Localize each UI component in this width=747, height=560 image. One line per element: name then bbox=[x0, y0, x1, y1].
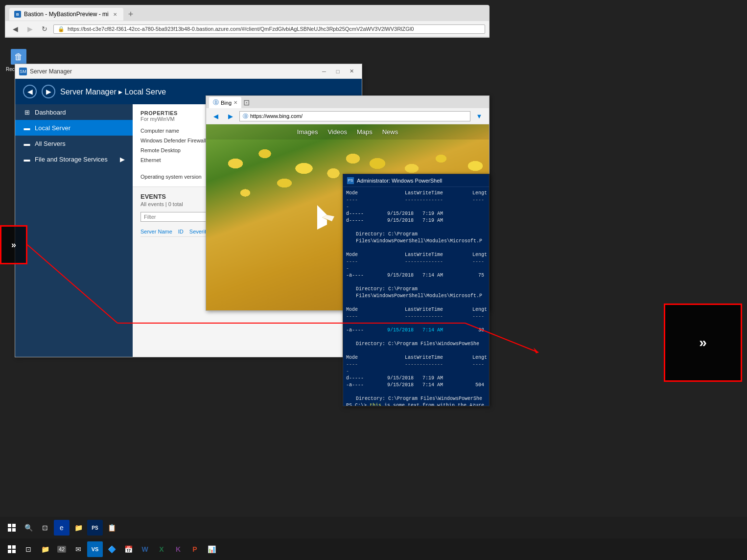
bing-back-button[interactable]: ◀ bbox=[210, 110, 222, 122]
taskbar-excel-icon[interactable]: X bbox=[154, 541, 169, 557]
powershell-icon: PS bbox=[347, 177, 354, 184]
sm-back-button[interactable]: ◀ bbox=[23, 85, 37, 98]
ps-line-10: -a---- 9/15/2018 7:14 AM 38 bbox=[346, 327, 486, 334]
bing-tab[interactable]: Ⓑ Bing ✕ bbox=[209, 97, 241, 108]
sm-app-icon: SM bbox=[19, 68, 27, 75]
tab-favicon: B bbox=[14, 11, 21, 18]
taskbar-mail-icon[interactable]: ✉ bbox=[70, 541, 86, 557]
ps-line-2: ---- ------------- ----- bbox=[346, 197, 486, 210]
sidebar-all-servers-label: All Servers bbox=[35, 140, 66, 147]
taskbar-outlook-icon[interactable]: 📅 bbox=[120, 541, 136, 557]
ps-dir-3: Directory: C:\Program Files\WindowsPoweS… bbox=[346, 341, 486, 348]
right-annotation: » bbox=[664, 303, 742, 382]
bing-tab-close[interactable]: ✕ bbox=[233, 100, 237, 105]
taskbar-word-icon[interactable]: W bbox=[137, 541, 153, 557]
powershell-title: Administrator: Windows PowerShell bbox=[357, 178, 485, 184]
ps-dir-2: Directory: C:\Program bbox=[346, 286, 486, 293]
powershell-titlebar: PS Administrator: Windows PowerShell bbox=[343, 174, 489, 187]
sidebar-local-server-label: Local Server bbox=[35, 124, 70, 132]
k-icon: K bbox=[176, 545, 181, 553]
taskbar-task-view-lower[interactable]: ⊡ bbox=[21, 541, 36, 557]
tab-title: Bastion - MyBastionPreview - mi bbox=[24, 11, 109, 18]
taskbar-upper: 🔍 ⊡ e 📁 PS 📋 bbox=[0, 517, 747, 538]
bing-link-images[interactable]: Images bbox=[297, 128, 318, 136]
browser-window: B Bastion - MyBastionPreview - mi ✕ + ◀ … bbox=[5, 5, 490, 38]
forward-button[interactable]: ▶ bbox=[24, 23, 36, 35]
sm-title: Server Manager bbox=[30, 68, 318, 75]
taskbar-task-view-upper[interactable]: ⊡ bbox=[37, 520, 53, 536]
dashboard-icon: ⊞ bbox=[23, 108, 31, 116]
notes-icon: 📋 bbox=[108, 524, 116, 532]
tab-close-button[interactable]: ✕ bbox=[112, 11, 118, 18]
taskbar-teams-icon[interactable]: 🔷 bbox=[104, 541, 119, 557]
ps-spacer-3 bbox=[346, 279, 486, 286]
bing-link-maps[interactable]: Maps bbox=[357, 128, 373, 136]
taskbar-notes-icon[interactable]: 📋 bbox=[104, 520, 119, 536]
taskbar-store-icon[interactable]: 42 bbox=[54, 541, 70, 557]
taskbar-extra-icon[interactable]: 📊 bbox=[204, 541, 219, 557]
computer-name-label: Computer name bbox=[140, 128, 179, 134]
taskbar-explorer-icon[interactable]: 📁 bbox=[70, 520, 86, 536]
ps-line-5: Mode LastWriteTime Lengt bbox=[346, 252, 486, 258]
window-controls: ─ □ ✕ bbox=[318, 67, 358, 76]
taskbar-start-button-upper[interactable] bbox=[4, 520, 20, 536]
minimize-button[interactable]: ─ bbox=[318, 67, 330, 76]
sidebar-item-local-server[interactable]: ▬ Local Server bbox=[15, 120, 133, 136]
ps-dir-1: Directory: C:\Program bbox=[346, 231, 486, 238]
maximize-button[interactable]: □ bbox=[331, 67, 344, 76]
sidebar-dashboard-label: Dashboard bbox=[35, 109, 66, 116]
taskbar-vscode-icon[interactable]: VS bbox=[87, 541, 103, 557]
sm-forward-button[interactable]: ▶ bbox=[42, 85, 55, 98]
ps-line-11: Mode LastWriteTime Lengt bbox=[346, 354, 486, 361]
powershell-window[interactable]: PS Administrator: Windows PowerShell Mod… bbox=[343, 174, 490, 406]
taskbar-powerpoint-icon[interactable]: P bbox=[187, 541, 203, 557]
new-tab-button[interactable]: + bbox=[125, 9, 137, 20]
ps-line-1: Mode LastWriteTime Lengt bbox=[346, 190, 486, 197]
ps-line-7: -a---- 9/15/2018 7:14 AM 75 bbox=[346, 272, 486, 279]
task-view-icon-upper: ⊡ bbox=[42, 524, 48, 532]
close-button[interactable]: ✕ bbox=[345, 67, 358, 76]
powershell-taskbar-icon: PS bbox=[92, 525, 98, 531]
sidebar-item-all-servers[interactable]: ▬ All Servers bbox=[15, 136, 133, 151]
col-id[interactable]: ID bbox=[178, 229, 184, 234]
powerpoint-icon: P bbox=[192, 545, 197, 553]
taskbar-explorer-lower[interactable]: 📁 bbox=[37, 541, 53, 557]
bing-link-videos[interactable]: Videos bbox=[327, 128, 347, 136]
back-button[interactable]: ◀ bbox=[9, 23, 21, 35]
bing-new-tab-button[interactable]: ⊡ bbox=[243, 98, 250, 107]
taskbar-ie-icon[interactable]: e bbox=[54, 520, 70, 536]
bing-link-news[interactable]: News bbox=[382, 128, 398, 136]
browser-tab[interactable]: B Bastion - MyBastionPreview - mi ✕ bbox=[9, 8, 123, 21]
task-view-icon-lower: ⊡ bbox=[25, 545, 31, 553]
sidebar-item-dashboard[interactable]: ⊞ Dashboard bbox=[15, 104, 133, 120]
sidebar-item-file-storage[interactable]: ▬ File and Storage Services ▶ bbox=[15, 151, 133, 167]
ps-dir-4: Directory: C:\Program Files\WindowsPower… bbox=[346, 396, 486, 402]
taskbar-search-upper[interactable]: 🔍 bbox=[21, 520, 36, 536]
word-icon: W bbox=[141, 545, 148, 553]
bing-forward-button[interactable]: ▶ bbox=[225, 110, 236, 122]
ps-line-9: ---- ------------- ----- bbox=[346, 313, 486, 327]
taskbar-powershell-icon[interactable]: PS bbox=[87, 520, 103, 536]
ps-line-6: ---- ------------- ----- bbox=[346, 258, 486, 272]
all-servers-icon: ▬ bbox=[23, 140, 31, 147]
taskbar-start-lower[interactable] bbox=[4, 541, 20, 557]
recycle-bin-icon: 🗑 bbox=[11, 49, 26, 65]
ps-spacer-4 bbox=[346, 300, 486, 306]
ps-prompt: PS C:\> this is some text from within th… bbox=[346, 402, 486, 406]
bing-address-text: https://www.bing.com/ bbox=[250, 113, 303, 119]
remote-desktop-label: Remote Desktop bbox=[140, 147, 181, 153]
lock-icon: 🔒 bbox=[58, 26, 65, 32]
refresh-button[interactable]: ↻ bbox=[39, 23, 50, 35]
ps-spacer-6 bbox=[346, 348, 486, 354]
bing-address-bar[interactable]: Ⓑ https://www.bing.com/ bbox=[239, 111, 470, 121]
teams-icon: 🔷 bbox=[108, 545, 116, 553]
ps-spacer-7 bbox=[346, 389, 486, 396]
extra-icon: 📊 bbox=[208, 545, 216, 553]
file-storage-icon: ▬ bbox=[23, 155, 31, 163]
bing-settings-button[interactable]: ▼ bbox=[473, 110, 485, 122]
address-bar[interactable]: 🔒 https://bst-c3e7cf82-f361-42cc-a780-5b… bbox=[53, 24, 485, 34]
col-server-name[interactable]: Server Name bbox=[140, 229, 172, 234]
right-highlight-box: » bbox=[664, 303, 742, 382]
search-icon-upper: 🔍 bbox=[24, 524, 33, 532]
taskbar-k-icon[interactable]: K bbox=[170, 541, 186, 557]
